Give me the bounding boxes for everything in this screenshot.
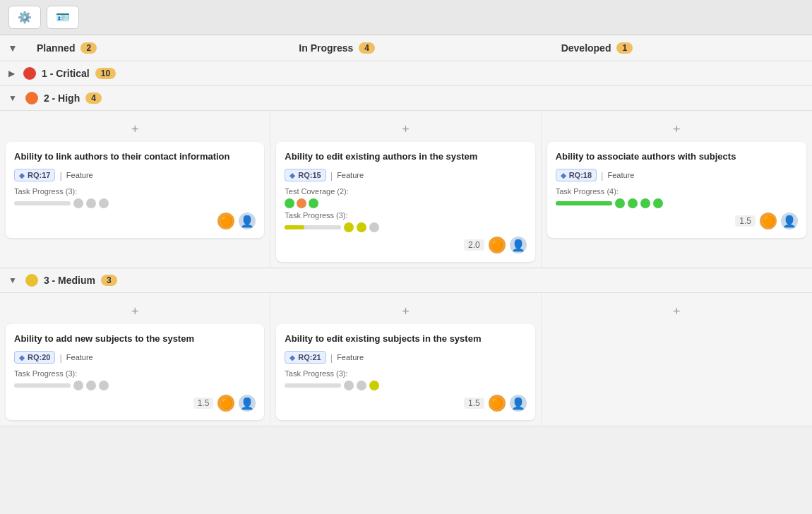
column-headers: ▼ Planned 2 In Progress 4 Developed 1 <box>0 35 812 61</box>
high-inprogress-add-button[interactable]: + <box>395 119 415 139</box>
diamond-icon: ◆ <box>19 172 25 179</box>
critical-dot <box>23 67 36 80</box>
priority-section-critical: ▶ 1 - Critical 10 <box>0 61 812 86</box>
rq18-progress-label: Task Progress (4): <box>556 187 798 196</box>
diamond-icon3: ◆ <box>561 172 566 179</box>
rq18-dot4 <box>653 198 663 208</box>
rq15-dot3 <box>369 222 379 232</box>
critical-label: 1 - Critical <box>42 68 90 79</box>
col-inprogress-label: In Progress <box>299 42 353 54</box>
rq21-progress-bar-row <box>285 381 526 390</box>
medium-inprogress-add-button[interactable]: + <box>395 301 415 321</box>
rq15-dot2 <box>357 222 366 232</box>
rq18-dot3 <box>640 198 650 208</box>
rq15-story-pts: 2.0 <box>464 239 484 251</box>
card-rq20-title: Ability to add new subjects to the syste… <box>14 333 256 345</box>
rq17-type: Feature <box>66 171 93 179</box>
rq15-coverage-label: Test Coverage (2): <box>285 187 526 196</box>
card-rq17-meta: ◆ RQ:17 | Feature <box>14 169 256 181</box>
rq15-avatar2: 👤 <box>510 237 527 253</box>
settings-button[interactable]: ⚙️ <box>8 6 41 29</box>
rq17-id: RQ:17 <box>28 171 50 179</box>
rq20-dot1 <box>73 381 83 390</box>
rq15-progress-bg <box>285 225 341 229</box>
rq20-progress-label: Task Progress (3): <box>14 369 256 378</box>
rq18-progress-bg <box>556 201 612 205</box>
settings-icon: ⚙️ <box>18 11 32 24</box>
cov-dot2 <box>297 198 306 208</box>
card-rq18[interactable]: Ability to associate authors with subjec… <box>547 142 806 238</box>
col-header-developed: Developed 1 <box>550 35 812 61</box>
rq17-dot3 <box>99 198 109 208</box>
id-card-icon: 🪪 <box>56 11 70 24</box>
medium-label: 3 - Medium <box>44 275 95 286</box>
id-card-button[interactable]: 🪪 <box>47 6 79 29</box>
rq20-progress-bg <box>14 383 71 388</box>
rq17-dot1 <box>73 198 83 208</box>
rq15-progress-fill <box>285 225 304 229</box>
high-label: 2 - High <box>44 92 80 104</box>
rq18-dot2 <box>628 198 638 208</box>
card-rq20[interactable]: Ability to add new subjects to the syste… <box>6 324 264 420</box>
col-developed-badge: 1 <box>616 42 633 54</box>
medium-planned-add-button[interactable]: + <box>125 301 145 321</box>
rq21-id: RQ:21 <box>298 353 321 361</box>
col-header-planned: Planned 2 <box>25 35 287 61</box>
card-rq15[interactable]: Ability to edit existing authors in the … <box>276 142 535 262</box>
rq21-progress-label: Task Progress (3): <box>285 369 526 378</box>
priority-header-medium[interactable]: ▼ 3 - Medium 3 <box>0 268 812 293</box>
col-developed-label: Developed <box>561 42 611 54</box>
rq18-dot1 <box>615 198 625 208</box>
col-inprogress-badge: 4 <box>359 42 375 54</box>
card-rq17[interactable]: Ability to link authors to their contact… <box>6 142 264 238</box>
rq15-coverage-dots <box>285 198 526 208</box>
rq21-dot3 <box>369 381 379 390</box>
card-rq21-title: Ability to edit existing subjects in the… <box>285 333 526 345</box>
card-rq15-meta: ◆ RQ:15 | Feature <box>285 169 526 181</box>
card-rq18-meta: ◆ RQ:18 | Feature <box>556 169 798 181</box>
priority-header-high[interactable]: ▼ 2 - High 4 <box>0 86 812 111</box>
rq20-type: Feature <box>66 353 93 361</box>
card-rq21-meta: ◆ RQ:21 | Feature <box>285 351 526 364</box>
diamond-icon2: ◆ <box>289 172 295 179</box>
rq20-avatar1: 🟠 <box>217 395 234 412</box>
rq18-progress-fill <box>556 201 612 205</box>
rq18-avatar1: 🟠 <box>760 213 777 229</box>
global-collapse-button[interactable]: ▼ <box>1 37 25 59</box>
rq15-progress-label: Task Progress (3): <box>285 211 526 220</box>
rq21-type: Feature <box>337 353 364 361</box>
medium-inprogress-column: + Ability to edit existing subjects in t… <box>270 293 541 426</box>
rq18-id: RQ:18 <box>569 171 592 179</box>
rq21-dot2 <box>357 381 366 390</box>
rq17-progress-label: Task Progress (3): <box>14 187 256 196</box>
rq20-avatar2: 👤 <box>239 395 256 412</box>
rq15-id: RQ:15 <box>298 171 321 179</box>
rq15-progress-bar-row <box>285 222 526 232</box>
critical-count: 10 <box>95 68 116 79</box>
rq17-badge: ◆ RQ:17 <box>14 169 55 181</box>
medium-toggle-icon: ▼ <box>8 275 17 285</box>
rq21-story-pts: 1.5 <box>464 398 484 409</box>
rq17-dot2 <box>86 198 96 208</box>
rq20-id: RQ:20 <box>28 353 50 361</box>
rq15-type: Feature <box>337 171 364 179</box>
high-dot <box>25 92 38 104</box>
rq20-progress-bar-row <box>14 381 256 390</box>
rq21-dot1 <box>344 381 354 390</box>
card-rq21[interactable]: Ability to edit existing subjects in the… <box>276 324 535 420</box>
rq21-avatar2: 👤 <box>510 395 527 412</box>
medium-developed-add-button[interactable]: + <box>667 301 686 321</box>
medium-developed-column: + <box>542 293 812 426</box>
rq17-progress-bg <box>14 201 71 205</box>
rq21-progress-bg <box>285 383 341 388</box>
priority-header-critical[interactable]: ▶ 1 - Critical 10 <box>0 61 812 86</box>
rq21-avatar1: 🟠 <box>489 395 506 412</box>
high-count: 4 <box>85 92 102 104</box>
rq15-dot1 <box>344 222 354 232</box>
medium-dot <box>25 274 38 287</box>
high-developed-add-button[interactable]: + <box>667 119 686 139</box>
rq21-footer: 1.5 🟠 👤 <box>285 395 526 412</box>
high-planned-column: + Ability to link authors to their conta… <box>0 111 270 268</box>
high-planned-add-button[interactable]: + <box>125 119 145 139</box>
col-header-inprogress: In Progress 4 <box>287 35 549 61</box>
